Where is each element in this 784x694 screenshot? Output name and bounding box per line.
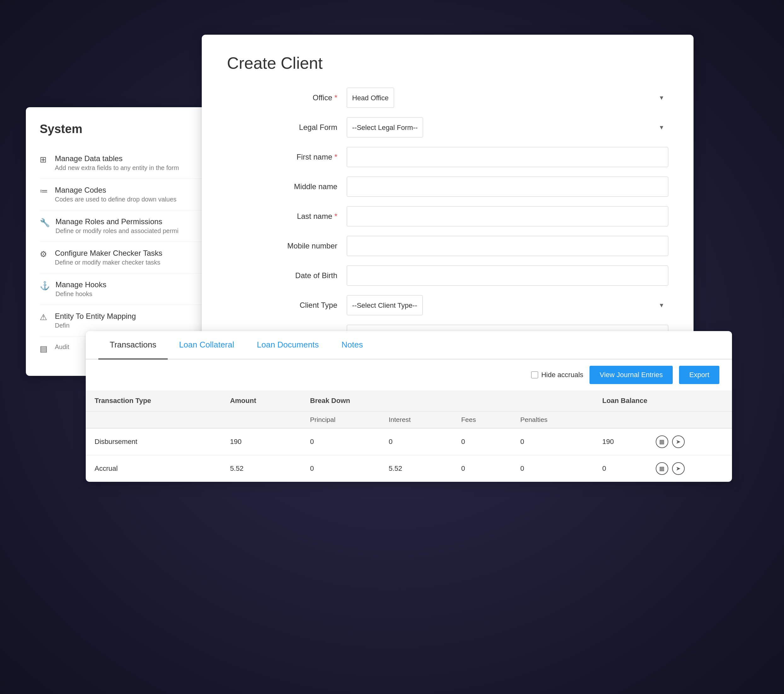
middle-name-row: Middle name xyxy=(227,176,668,197)
col-subheader-balance xyxy=(593,412,647,429)
roles-icon: 🔧 xyxy=(40,218,50,227)
office-select[interactable]: Head Office xyxy=(347,87,394,108)
view-journal-entries-button[interactable]: View Journal Entries xyxy=(590,366,673,384)
tab-transactions[interactable]: Transactions xyxy=(98,331,168,359)
sidebar-item-manage-roles[interactable]: 🔧 Manage Roles and Permissions Define or… xyxy=(40,210,220,242)
codes-icon: ≔ xyxy=(40,186,49,196)
row1-principal: 0 xyxy=(301,428,380,455)
row1-type: Disbursement xyxy=(86,428,221,455)
hide-accruals-label[interactable]: Hide accruals xyxy=(531,371,583,379)
row1-penalties: 0 xyxy=(511,428,593,455)
mobile-number-row: Mobile number xyxy=(227,236,668,256)
legal-form-select[interactable]: --Select Legal Form-- xyxy=(347,117,423,137)
client-type-label: Client Type xyxy=(227,301,347,310)
row2-navigate-icon[interactable]: ➤ xyxy=(672,462,685,475)
entity-mapping-title: Entity To Entity Mapping xyxy=(55,312,136,321)
manage-hooks-title: Manage Hooks xyxy=(56,280,106,289)
table-toolbar: Hide accruals View Journal Entries Expor… xyxy=(86,359,732,391)
col-subheader-principal: Principal xyxy=(301,412,380,429)
table-row: Disbursement 190 0 0 0 0 190 ▩ ➤ xyxy=(86,428,732,455)
dob-label: Date of Birth xyxy=(227,271,347,280)
first-name-label: First name * xyxy=(227,153,347,162)
manage-roles-sub: Define or modify roles and associated pe… xyxy=(56,227,178,234)
configure-maker-checker-title: Configure Maker Checker Tasks xyxy=(55,249,162,257)
col-subheader-amount xyxy=(221,412,301,429)
col-subheader-interest: Interest xyxy=(380,412,452,429)
entity-mapping-sub: Defin xyxy=(55,322,136,329)
entity-mapping-icon: ⚠ xyxy=(40,313,49,322)
manage-data-tables-title: Manage Data tables xyxy=(55,154,179,163)
middle-name-input[interactable] xyxy=(347,176,668,197)
middle-name-label: Middle name xyxy=(227,182,347,191)
row1-document-icon[interactable]: ▩ xyxy=(656,435,668,448)
row1-actions-cell: ▩ ➤ xyxy=(656,435,723,448)
dob-input[interactable] xyxy=(347,265,668,286)
row2-actions: ▩ ➤ xyxy=(647,455,732,482)
configure-maker-checker-sub: Define or modify maker checker tasks xyxy=(55,259,162,266)
export-button[interactable]: Export xyxy=(679,366,720,384)
col-subheader-actions xyxy=(647,412,732,429)
row1-loan-balance: 190 xyxy=(593,428,647,455)
row1-amount: 190 xyxy=(221,428,301,455)
row2-actions-cell: ▩ ➤ xyxy=(656,462,723,475)
row2-amount: 5.52 xyxy=(221,455,301,482)
row2-document-icon[interactable]: ▩ xyxy=(656,462,668,475)
transactions-data-table: Transaction Type Amount Break Down Loan … xyxy=(86,391,732,482)
maker-checker-icon: ⚙ xyxy=(40,249,49,259)
hooks-icon: ⚓ xyxy=(40,281,50,291)
manage-codes-sub: Codes are used to define drop down value… xyxy=(55,196,176,203)
legal-form-row: Legal Form --Select Legal Form-- xyxy=(227,117,668,137)
last-name-label: Last name * xyxy=(227,212,347,221)
manage-codes-title: Manage Codes xyxy=(55,186,176,195)
form-title: Create Client xyxy=(227,54,668,73)
col-header-loan-balance: Loan Balance xyxy=(593,391,732,412)
data-tables-icon: ⊞ xyxy=(40,155,49,165)
mobile-number-input[interactable] xyxy=(347,236,668,256)
row1-interest: 0 xyxy=(380,428,452,455)
transactions-table-card: Transactions Loan Collateral Loan Docume… xyxy=(86,331,732,482)
sidebar-item-configure-maker-checker[interactable]: ⚙ Configure Maker Checker Tasks Define o… xyxy=(40,242,220,274)
last-name-row: Last name * xyxy=(227,206,668,226)
tab-loan-documents[interactable]: Loan Documents xyxy=(245,331,330,359)
client-type-select-wrapper: --Select Client Type-- xyxy=(347,295,668,315)
sidebar-item-manage-data-tables[interactable]: ⊞ Manage Data tables Add new extra field… xyxy=(40,147,220,179)
sidebar-item-manage-codes[interactable]: ≔ Manage Codes Codes are used to define … xyxy=(40,179,220,210)
client-type-row: Client Type --Select Client Type-- xyxy=(227,295,668,315)
audit-sub: Audit xyxy=(55,343,69,351)
audit-icon: ▤ xyxy=(40,344,49,354)
table-row: Accrual 5.52 0 5.52 0 0 0 ▩ ➤ xyxy=(86,455,732,482)
client-type-select[interactable]: --Select Client Type-- xyxy=(347,295,423,315)
manage-hooks-sub: Define hooks xyxy=(56,290,106,298)
row2-loan-balance: 0 xyxy=(593,455,647,482)
sidebar-item-manage-hooks[interactable]: ⚓ Manage Hooks Define hooks xyxy=(40,274,220,305)
office-select-wrapper: Head Office xyxy=(347,87,668,108)
table-header-sub-row: Principal Interest Fees Penalties xyxy=(86,412,732,429)
hide-accruals-checkbox[interactable] xyxy=(531,371,538,378)
col-header-break-down: Break Down xyxy=(301,391,594,412)
first-name-input[interactable] xyxy=(347,147,668,167)
first-name-row: First name * xyxy=(227,147,668,167)
legal-form-label: Legal Form xyxy=(227,123,347,132)
tabs-row: Transactions Loan Collateral Loan Docume… xyxy=(86,331,732,359)
row1-fees: 0 xyxy=(452,428,511,455)
mobile-number-label: Mobile number xyxy=(227,242,347,251)
row2-type: Accrual xyxy=(86,455,221,482)
office-row: Office * Head Office xyxy=(227,87,668,108)
manage-data-tables-sub: Add new extra fields to any entity in th… xyxy=(55,164,179,171)
col-subheader-fees: Fees xyxy=(452,412,511,429)
col-header-amount: Amount xyxy=(221,391,301,412)
row2-interest: 5.52 xyxy=(380,455,452,482)
col-subheader-type xyxy=(86,412,221,429)
tab-notes[interactable]: Notes xyxy=(330,331,374,359)
row2-fees: 0 xyxy=(452,455,511,482)
last-name-input[interactable] xyxy=(347,206,668,226)
row2-principal: 0 xyxy=(301,455,380,482)
dob-row: Date of Birth xyxy=(227,265,668,286)
col-header-transaction-type: Transaction Type xyxy=(86,391,221,412)
row1-navigate-icon[interactable]: ➤ xyxy=(672,435,685,448)
tab-loan-collateral[interactable]: Loan Collateral xyxy=(168,331,245,359)
row2-penalties: 0 xyxy=(511,455,593,482)
manage-roles-title: Manage Roles and Permissions xyxy=(56,217,178,226)
office-label: Office * xyxy=(227,93,347,102)
create-client-form-card: Create Client Office * Head Office Legal… xyxy=(202,35,693,380)
